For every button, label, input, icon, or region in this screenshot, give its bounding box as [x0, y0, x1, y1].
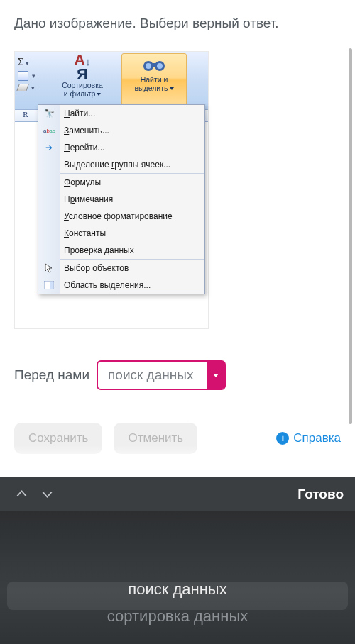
autosum-icon: Σ▾	[18, 55, 46, 68]
grid-col-header: R	[18, 110, 33, 121]
keyboard-accessory-bar: Готово	[0, 477, 355, 511]
menu-item-goto-special: Выделение группы ячеек...	[38, 156, 204, 173]
menu-item-constants: Константы	[38, 225, 204, 242]
save-button[interactable]: Сохранить	[14, 423, 102, 454]
scroll-indicator	[349, 48, 352, 424]
selection-pane-icon	[43, 279, 55, 291]
menu-item-selection-pane: Область выделения...	[38, 277, 204, 294]
next-field-button[interactable]	[37, 484, 57, 504]
menu-item-comments: Примечания	[38, 191, 204, 208]
sort-icon: А↓Я	[54, 54, 111, 81]
cancel-button[interactable]: Отменить	[114, 423, 197, 454]
answer-selected-value: поиск данных	[108, 367, 193, 383]
reference-screenshot: R Σ▾ ▾ ▾ А↓Я Сортировка и фильтр Найти и…	[14, 51, 209, 329]
binoculars-icon: 🔭	[43, 108, 55, 119]
fill-icon: ▾	[18, 71, 46, 81]
menu-item-find: 🔭 Найти...	[38, 105, 204, 122]
menu-item-conditional-formatting: Условное форматирование	[38, 208, 204, 225]
binoculars-icon	[122, 56, 186, 75]
ios-picker[interactable]: поиск данных сортировка данных	[0, 511, 355, 644]
done-button[interactable]: Готово	[297, 487, 344, 502]
picker-selection-band	[7, 582, 348, 610]
prev-field-button[interactable]	[11, 484, 31, 504]
replace-icon: abac	[43, 125, 55, 136]
svg-point-4	[157, 63, 163, 69]
question-text: Дано изображение. Выбери верный ответ.	[14, 16, 341, 31]
svg-rect-2	[151, 63, 158, 67]
menu-item-replace: abac Заменить...	[38, 122, 204, 139]
sort-filter-button: А↓Я Сортировка и фильтр	[54, 54, 111, 98]
chevron-down-icon[interactable]	[207, 362, 224, 389]
svg-rect-6	[50, 282, 53, 289]
pointer-icon	[43, 262, 55, 274]
info-icon: i	[276, 432, 289, 445]
clear-icon: ▾	[18, 84, 46, 91]
answer-select[interactable]: поиск данных	[97, 360, 226, 390]
answer-prefix: Перед нами	[14, 367, 89, 383]
find-select-menu: 🔭 Найти... abac Заменить... ➔ Перейти...…	[38, 104, 205, 294]
svg-point-3	[146, 63, 151, 69]
help-link[interactable]: i Справка	[276, 431, 341, 445]
arrow-right-icon: ➔	[43, 142, 55, 153]
menu-item-data-validation: Проверка данных	[38, 242, 204, 259]
find-select-button: Найти и выделить	[121, 53, 187, 107]
ribbon: Σ▾ ▾ ▾ А↓Я Сортировка и фильтр Найти и в…	[15, 52, 208, 109]
menu-item-select-objects: Выбор объектов	[38, 260, 204, 277]
menu-item-formulas: Формулы	[38, 174, 204, 191]
menu-item-goto: ➔ Перейти...	[38, 139, 204, 156]
